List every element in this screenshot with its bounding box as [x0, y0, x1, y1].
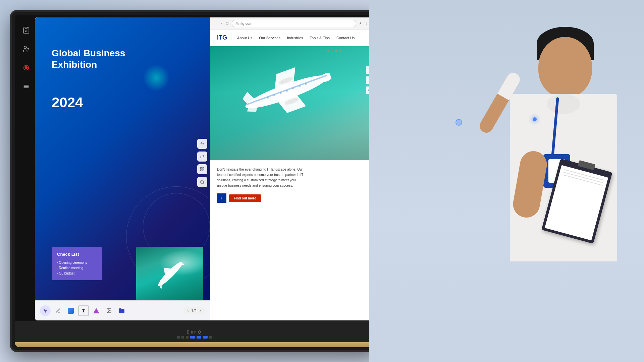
side-controls [197, 139, 207, 187]
slide-content: Global Business Exhibition 2024 Check Li… [35, 17, 210, 320]
nav-industries[interactable]: Industries [287, 36, 303, 40]
svg-rect-18 [201, 167, 202, 169]
next-page-button[interactable]: › [200, 308, 201, 313]
pen-tool[interactable] [53, 305, 63, 316]
port-row [177, 336, 212, 339]
browser-area: itg.com ★ ⋮ ITG About Us Our Services In… [210, 17, 372, 320]
photo-tool[interactable] [104, 305, 114, 316]
checklist-item-2: · Routine meeting [57, 265, 97, 271]
svg-rect-24 [236, 23, 238, 25]
svg-point-22 [201, 180, 204, 183]
nav-services[interactable]: Our Services [259, 36, 280, 40]
cursor-tool[interactable] [40, 305, 51, 316]
slide-plane-svg [146, 252, 194, 295]
usb-port-1 [190, 336, 195, 339]
triangle-tool[interactable] [91, 305, 102, 316]
benq-brand-label: BenQ [187, 330, 203, 335]
website-nav: ITG About Us Our Services Industries Too… [210, 29, 372, 46]
accent-dot [533, 117, 537, 121]
svg-point-3 [24, 46, 26, 49]
find-out-more-button[interactable]: Find out more [229, 194, 261, 202]
add-person-icon[interactable] [20, 43, 32, 55]
checklist-item-3: · Q3 budget [57, 271, 97, 276]
clipboard-icon[interactable] [20, 24, 32, 36]
hero-image: f t in [210, 46, 372, 160]
zoom-icon[interactable] [197, 177, 207, 187]
menu-icon[interactable] [20, 80, 32, 93]
browser-menu-button[interactable]: ⋮ [365, 22, 368, 25]
port-1 [177, 336, 180, 339]
page-indicator: 1/1 [191, 308, 197, 313]
browser-forward-button[interactable] [220, 22, 223, 25]
browser-url-bar[interactable]: itg.com [232, 20, 356, 27]
checklist-item-1: · Opening ceremony [57, 260, 97, 265]
monitor-device: Global Business Exhibition 2024 Check Li… [10, 10, 379, 352]
folder-tool[interactable] [116, 305, 127, 316]
slide-controls: T [35, 300, 210, 320]
browser-back-button[interactable] [214, 22, 217, 25]
checklist-box: Check List · Opening ceremony · Routine … [52, 247, 102, 280]
slide-area: Global Business Exhibition 2024 Check Li… [35, 17, 210, 320]
svg-rect-20 [201, 170, 202, 171]
svg-rect-21 [203, 170, 204, 171]
record-icon[interactable] [20, 62, 32, 74]
left-panel [17, 17, 35, 320]
site-logo: ITG [217, 34, 227, 41]
usb-port-2 [197, 336, 201, 339]
share-back-icon[interactable] [197, 139, 207, 149]
cta-area: + Find out more [217, 193, 365, 203]
slide-title-line2: Exhibition [52, 59, 125, 70]
toolbar: T [40, 305, 127, 316]
svg-rect-19 [203, 167, 204, 169]
port-2 [181, 336, 184, 339]
svg-point-17 [108, 309, 109, 310]
url-text: itg.com [240, 21, 252, 25]
svg-point-7 [25, 66, 27, 69]
content-section: Don't navigate the ever-changing IT land… [210, 160, 372, 209]
nav-tools[interactable]: Tools & Tips [310, 36, 330, 40]
grid-view-icon[interactable] [197, 164, 207, 174]
svg-line-23 [203, 183, 204, 184]
port-4 [209, 336, 212, 339]
slide-title: Global Business Exhibition [52, 48, 125, 70]
port-3 [186, 336, 189, 339]
nav-about[interactable]: About Us [237, 36, 252, 40]
touch-indicator [455, 119, 462, 126]
monitor-inner: Global Business Exhibition 2024 Check Li… [15, 15, 374, 347]
text-tool[interactable]: T [78, 305, 89, 316]
prev-page-button[interactable]: ‹ [187, 308, 189, 313]
hero-description: Don't navigate the ever-changing IT land… [217, 167, 304, 188]
person-area [369, 0, 644, 362]
browser-bookmark-button[interactable]: ★ [359, 22, 362, 25]
person-head [530, 27, 597, 101]
svg-marker-12 [159, 263, 175, 279]
share-forward-icon[interactable] [197, 152, 207, 162]
monitor-gold-strip [15, 342, 374, 347]
slide-plane-image [136, 247, 203, 300]
nav-contact[interactable]: Contact Us [336, 36, 355, 40]
website-content: ITG About Us Our Services Industries Too… [210, 29, 372, 320]
browser-refresh-button[interactable] [226, 22, 229, 25]
slide-year: 2024 [52, 95, 83, 111]
screen: Global Business Exhibition 2024 Check Li… [35, 17, 372, 320]
svg-rect-0 [25, 27, 27, 28]
slide-title-line1: Global Business [52, 48, 125, 59]
page-navigation[interactable]: ‹ 1/1 › [183, 307, 205, 314]
checklist-title: Check List [57, 251, 97, 258]
shape-tool[interactable] [65, 305, 76, 316]
cta-plus-button[interactable]: + [217, 193, 226, 203]
usb-port-3 [203, 336, 208, 339]
browser-bar: itg.com ★ ⋮ [210, 17, 372, 29]
